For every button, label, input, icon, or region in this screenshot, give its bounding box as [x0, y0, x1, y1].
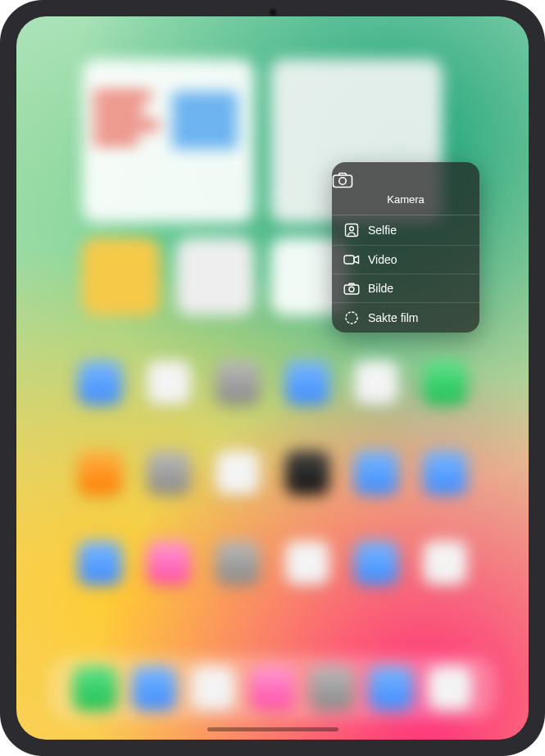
dock-app: [428, 666, 472, 710]
clock-widget: [176, 238, 254, 315]
dock-app: [73, 666, 117, 710]
app-icon: [78, 541, 122, 585]
menu-item-photo[interactable]: Bilde: [332, 274, 479, 303]
svg-rect-4: [344, 256, 354, 264]
app-icon: [285, 541, 329, 585]
app-row-1: [16, 360, 529, 405]
front-camera-dot: [269, 8, 277, 16]
menu-header[interactable]: Kamera: [332, 162, 479, 215]
photo-icon: [343, 283, 360, 295]
slomo-icon: [343, 310, 360, 325]
app-icon: [147, 450, 191, 495]
svg-point-3: [350, 227, 354, 231]
app-icon: [354, 450, 398, 495]
dock: [49, 656, 496, 720]
svg-point-1: [339, 178, 346, 184]
ipad-frame: Kamera Selfie: [0, 0, 545, 756]
app-icon: [423, 360, 467, 405]
app-icon: [147, 360, 191, 405]
app-icon: [285, 360, 329, 405]
menu-item-video[interactable]: Video: [332, 246, 479, 274]
dock-app: [191, 666, 235, 710]
camera-icon: [332, 172, 479, 188]
small-widget-1: [82, 238, 160, 315]
selfie-icon: [343, 223, 360, 238]
calendar-widget: [82, 59, 254, 223]
menu-item-label: Selfie: [368, 224, 468, 237]
camera-quick-actions-menu: Kamera Selfie: [332, 162, 479, 333]
app-icon: [285, 450, 329, 495]
home-indicator: [207, 727, 338, 731]
menu-item-slomo[interactable]: Sakte film: [332, 303, 479, 333]
blurred-home-screen: [16, 16, 529, 740]
app-icon: [216, 360, 260, 405]
app-icon: [78, 450, 122, 495]
video-icon: [343, 254, 360, 265]
screen: Kamera Selfie: [16, 16, 529, 740]
app-icon: [423, 541, 467, 585]
app-row-3: [16, 541, 529, 585]
app-icon: [216, 450, 260, 495]
svg-point-6: [349, 287, 354, 292]
app-icon: [354, 360, 398, 405]
app-icon: [147, 541, 191, 585]
menu-item-label: Sakte film: [368, 311, 468, 324]
app-row-2: [16, 450, 529, 495]
app-icon: [216, 541, 260, 585]
app-icon: [78, 360, 122, 405]
dock-app: [132, 666, 176, 710]
app-icon: [354, 541, 398, 585]
menu-title: Kamera: [387, 193, 425, 206]
app-icon: [423, 450, 467, 495]
dock-app: [369, 666, 413, 710]
svg-point-7: [346, 312, 357, 324]
menu-item-label: Bilde: [368, 282, 468, 295]
menu-item-label: Video: [368, 253, 468, 266]
menu-item-selfie[interactable]: Selfie: [332, 215, 479, 246]
dock-app: [310, 666, 354, 710]
dock-app: [250, 666, 294, 710]
